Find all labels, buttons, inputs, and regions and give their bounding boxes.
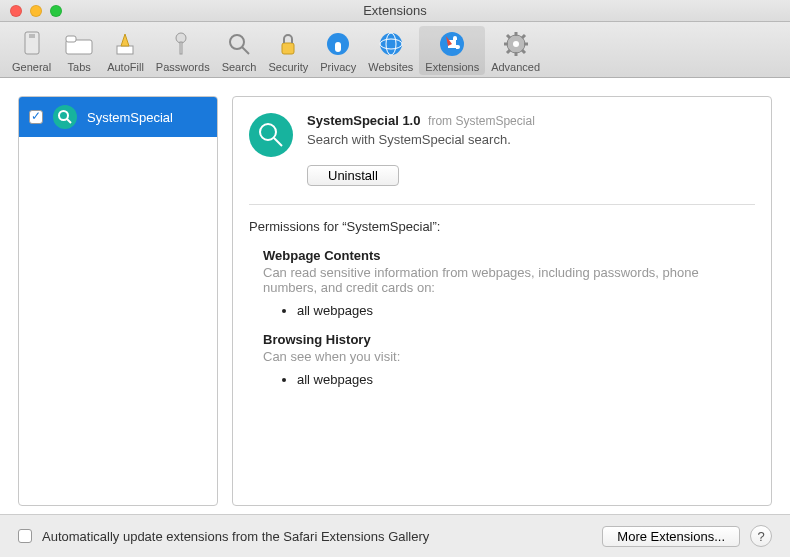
svg-line-26 xyxy=(507,50,510,53)
svg-rect-7 xyxy=(180,42,182,54)
detail-extension-icon xyxy=(249,113,293,157)
svg-line-27 xyxy=(522,35,525,38)
toolbar-websites[interactable]: Websites xyxy=(362,26,419,75)
content-area: SystemSpecial SystemSpecial 1.0 from Sys… xyxy=(0,78,790,524)
search-icon xyxy=(223,28,255,60)
minimize-window-button[interactable] xyxy=(30,5,42,17)
general-icon xyxy=(16,28,48,60)
autofill-icon xyxy=(109,28,141,60)
toolbar-advanced[interactable]: Advanced xyxy=(485,26,546,75)
svg-line-31 xyxy=(274,138,282,146)
toolbar-label: General xyxy=(12,61,51,73)
detail-title-line: SystemSpecial 1.0 from SystemSpecial xyxy=(307,113,535,128)
svg-rect-12 xyxy=(335,42,341,52)
permission-item: all webpages xyxy=(297,372,755,387)
auto-update-label: Automatically update extensions from the… xyxy=(42,529,592,544)
toolbar-label: Advanced xyxy=(491,61,540,73)
toolbar-general[interactable]: General xyxy=(6,26,57,75)
svg-point-19 xyxy=(513,41,519,47)
toolbar-label: Websites xyxy=(368,61,413,73)
help-button[interactable]: ? xyxy=(750,525,772,547)
toolbar-search[interactable]: Search xyxy=(216,26,263,75)
extension-enable-checkbox[interactable] xyxy=(29,110,43,124)
toolbar-label: Extensions xyxy=(425,61,479,73)
svg-line-9 xyxy=(242,47,249,54)
permission-list: all webpages xyxy=(297,303,755,318)
footer: Automatically update extensions from the… xyxy=(0,514,790,557)
permission-heading: Webpage Contents xyxy=(263,248,755,263)
titlebar: Extensions xyxy=(0,0,790,22)
window-title: Extensions xyxy=(363,3,427,18)
extensions-icon xyxy=(436,28,468,60)
toolbar-label: Search xyxy=(222,61,257,73)
svg-line-29 xyxy=(67,119,71,123)
toolbar-extensions[interactable]: Extensions xyxy=(419,26,485,75)
svg-rect-10 xyxy=(282,43,294,54)
toolbar-label: Tabs xyxy=(68,61,91,73)
permission-block: Webpage Contents Can read sensitive info… xyxy=(249,248,755,318)
more-extensions-button[interactable]: More Extensions... xyxy=(602,526,740,547)
divider xyxy=(249,204,755,205)
svg-point-8 xyxy=(230,35,244,49)
auto-update-checkbox[interactable] xyxy=(18,529,32,543)
globe-icon xyxy=(375,28,407,60)
zoom-window-button[interactable] xyxy=(50,5,62,17)
toolbar-label: Privacy xyxy=(320,61,356,73)
tabs-icon xyxy=(63,28,95,60)
svg-rect-4 xyxy=(117,46,133,54)
extension-title: SystemSpecial 1.0 xyxy=(307,113,420,128)
preferences-toolbar: General Tabs AutoFill Passwords Search S… xyxy=(0,22,790,78)
toolbar-passwords[interactable]: Passwords xyxy=(150,26,216,75)
svg-point-13 xyxy=(380,33,402,55)
permission-block: Browsing History Can see when you visit:… xyxy=(249,332,755,387)
permission-list: all webpages xyxy=(297,372,755,387)
sidebar-extension-item[interactable]: SystemSpecial xyxy=(19,97,217,137)
extension-icon xyxy=(53,105,77,129)
svg-point-30 xyxy=(260,124,276,140)
svg-line-25 xyxy=(522,50,525,53)
permission-heading: Browsing History xyxy=(263,332,755,347)
svg-rect-1 xyxy=(29,34,35,38)
extension-name: SystemSpecial xyxy=(87,110,173,125)
permissions-title: Permissions for “SystemSpecial”: xyxy=(249,219,755,234)
toolbar-security[interactable]: Security xyxy=(262,26,314,75)
toolbar-label: Security xyxy=(268,61,308,73)
svg-marker-5 xyxy=(121,34,129,46)
extension-detail-panel: SystemSpecial 1.0 from SystemSpecial Sea… xyxy=(232,96,772,506)
detail-header: SystemSpecial 1.0 from SystemSpecial Sea… xyxy=(249,113,755,186)
toolbar-privacy[interactable]: Privacy xyxy=(314,26,362,75)
permission-item: all webpages xyxy=(297,303,755,318)
toolbar-autofill[interactable]: AutoFill xyxy=(101,26,150,75)
key-icon xyxy=(167,28,199,60)
gear-icon xyxy=(500,28,532,60)
toolbar-tabs[interactable]: Tabs xyxy=(57,26,101,75)
svg-point-28 xyxy=(59,111,68,120)
permission-description: Can see when you visit: xyxy=(263,349,755,364)
close-window-button[interactable] xyxy=(10,5,22,17)
permission-description: Can read sensitive information from webp… xyxy=(263,265,755,295)
lock-icon xyxy=(272,28,304,60)
toolbar-label: Passwords xyxy=(156,61,210,73)
extensions-sidebar: SystemSpecial xyxy=(18,96,218,506)
svg-line-24 xyxy=(507,35,510,38)
toolbar-label: AutoFill xyxy=(107,61,144,73)
extension-description: Search with SystemSpecial search. xyxy=(307,132,535,147)
window-controls xyxy=(0,5,62,17)
uninstall-button[interactable]: Uninstall xyxy=(307,165,399,186)
extension-author: from SystemSpecial xyxy=(428,114,535,128)
privacy-icon xyxy=(322,28,354,60)
svg-rect-3 xyxy=(66,36,76,42)
